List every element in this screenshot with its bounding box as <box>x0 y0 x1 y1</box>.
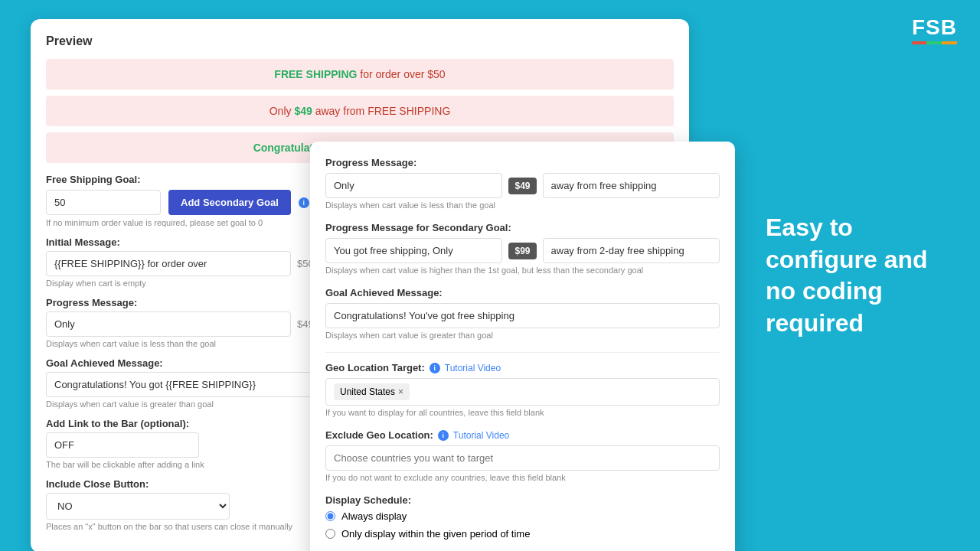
overlay-achieved-hint: Displays when cart value is greater than… <box>325 331 720 340</box>
overlay-exclude-section: Exclude Geo Location: i Tutorial Video I… <box>325 429 720 482</box>
banner2-highlight: $49 <box>294 105 312 117</box>
preview-banner-2: Only $49 away from FREE SHIPPING <box>46 96 674 126</box>
goal-achieved-input[interactable] <box>46 372 337 397</box>
geo-target-label: Geo Location Target: <box>325 362 425 373</box>
only-period-option[interactable]: Only display within the given period of … <box>325 528 720 540</box>
display-schedule-label: Display Schedule: <box>325 494 720 506</box>
overlay-secondary-hint: Displays when cart value is higher than … <box>325 266 720 275</box>
exclude-hint: If you do not want to exclude any countr… <box>325 473 720 482</box>
overlay-progress-row: $49 <box>325 173 720 198</box>
overlay-geo-section: Geo Location Target: i Tutorial Video Un… <box>325 362 720 417</box>
preview-banner-1: FREE SHIPPING for order over $50 <box>46 59 674 90</box>
right-text: Easy to configure and no coding required <box>766 212 934 339</box>
exclude-tutorial-link[interactable]: Tutorial Video <box>453 430 509 441</box>
only-period-label: Only display within the given period of … <box>341 528 530 540</box>
fsb-logo: FSB <box>912 15 957 44</box>
geo-tag-us: United States × <box>334 383 410 400</box>
always-display-label: Always display <box>341 510 407 522</box>
exclude-label-row: Exclude Geo Location: i Tutorial Video <box>325 429 720 441</box>
overlay-progress-suffix-input[interactable] <box>543 173 720 198</box>
overlay-achieved-input[interactable] <box>325 303 720 328</box>
overlay-achieved-section: Goal Achieved Message: Displays when car… <box>325 287 720 340</box>
geo-info-icon: i <box>430 363 440 373</box>
overlay-progress-section: Progress Message: $49 Displays when cart… <box>325 157 720 210</box>
add-secondary-goal-button[interactable]: Add Secondary Goal <box>168 190 291 215</box>
initial-message-input[interactable] <box>46 251 291 276</box>
overlay-secondary-section: Progress Message for Secondary Goal: $99… <box>325 222 720 275</box>
banner2-text: away from FREE SHIPPING <box>315 105 451 117</box>
free-shipping-goal-input[interactable] <box>46 190 161 215</box>
geo-tag-remove[interactable]: × <box>398 386 403 397</box>
overlay-progress-price: $49 <box>508 178 536 194</box>
progress-message-input[interactable] <box>46 311 291 337</box>
banner1-text: for order over $50 <box>360 68 445 80</box>
always-display-radio[interactable] <box>325 511 335 521</box>
overlay-card: Progress Message: $49 Displays when cart… <box>310 142 735 551</box>
geo-label-row: Geo Location Target: i Tutorial Video <box>325 362 720 373</box>
overlay-progress-input[interactable] <box>325 173 502 198</box>
add-link-input[interactable] <box>46 432 199 458</box>
overlay-progress-label: Progress Message: <box>325 157 720 168</box>
overlay-secondary-input[interactable] <box>325 238 502 263</box>
always-display-option[interactable]: Always display <box>325 510 720 522</box>
info-icon: i <box>299 197 309 208</box>
display-schedule-radio-group: Always display Only display within the g… <box>325 510 720 540</box>
exclude-geo-input[interactable] <box>325 445 720 471</box>
banner2-prefix: Only <box>270 105 295 117</box>
geo-tutorial-link[interactable]: Tutorial Video <box>445 363 501 373</box>
include-close-select[interactable]: NO YES <box>46 493 230 520</box>
overlay-secondary-row: $99 <box>325 238 720 263</box>
overlay-schedule-section: Display Schedule: Always display Only di… <box>325 494 720 540</box>
overlay-achieved-label: Goal Achieved Message: <box>325 287 720 298</box>
preview-title: Preview <box>46 34 674 48</box>
geo-tag-label: United States <box>340 386 395 397</box>
overlay-secondary-price: $99 <box>508 243 536 259</box>
overlay-secondary-label: Progress Message for Secondary Goal: <box>325 222 720 233</box>
geo-input-container[interactable]: United States × <box>325 378 720 406</box>
exclude-info-icon: i <box>438 430 449 441</box>
banner1-highlight: FREE SHIPPING <box>274 68 357 80</box>
overlay-secondary-suffix-input[interactable] <box>543 238 720 263</box>
geo-hint: If you want to display for all countries… <box>325 408 720 417</box>
exclude-geo-label: Exclude Geo Location: <box>325 429 433 441</box>
only-period-radio[interactable] <box>325 529 335 539</box>
overlay-progress-hint: Displays when cart value is less than th… <box>325 201 720 210</box>
